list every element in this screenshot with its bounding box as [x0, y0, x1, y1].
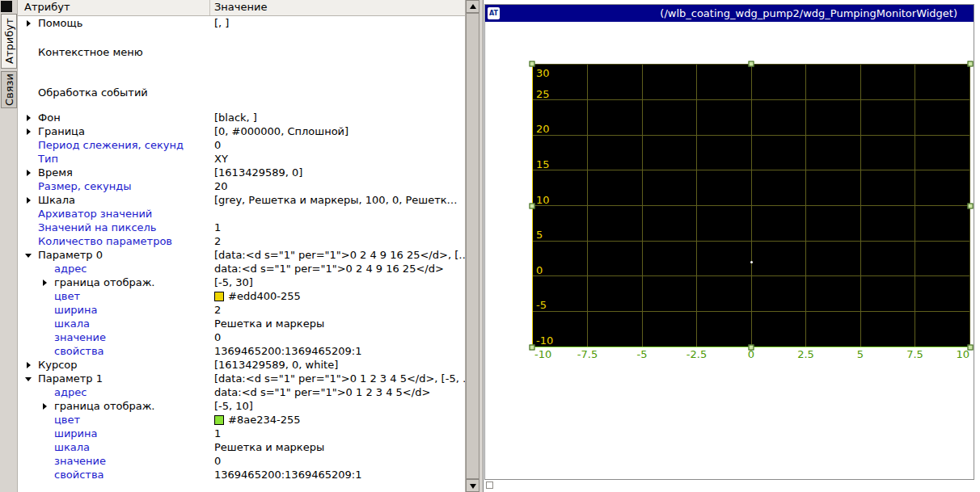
attr-value[interactable]: [grey, Решетка и маркеры, 100, 0, Решетк…	[210, 194, 465, 206]
attr-value[interactable]: Решетка и маркеры	[210, 441, 465, 453]
attr-value[interactable]: 0	[210, 455, 465, 467]
attr-value[interactable]: 2	[210, 235, 465, 247]
attr-row[interactable]: ширина1	[18, 427, 465, 440]
attr-value[interactable]: [0, #000000, Сплошной]	[210, 125, 465, 137]
attr-value[interactable]: 1369465200:1369465209:1	[210, 345, 465, 357]
attr-row[interactable]: ТипXY	[18, 152, 465, 166]
attr-row[interactable]: цвет#edd400-255	[18, 289, 465, 303]
attr-row[interactable]: Обработка событий	[18, 74, 465, 111]
tab-links[interactable]: Связи	[1, 71, 17, 108]
attr-row[interactable]: шкалаРешетка и маркеры	[18, 440, 465, 454]
attr-row[interactable]: Время[1613429589, 0]	[18, 166, 465, 179]
attr-value[interactable]: 1	[210, 427, 465, 439]
attr-row[interactable]: Архиватор значений	[18, 207, 465, 221]
attr-row[interactable]: граница отображ.[-5, 30]	[18, 275, 465, 289]
attr-row[interactable]: Фон[black, ]	[18, 111, 465, 124]
expander-closed-icon[interactable]	[25, 196, 33, 204]
attr-value[interactable]: 2	[210, 304, 465, 316]
selection-handle[interactable]	[968, 61, 974, 67]
expander-closed-icon[interactable]	[25, 114, 33, 122]
attr-row[interactable]: Значений на пиксель1	[18, 221, 465, 234]
attr-value[interactable]: XY	[210, 153, 465, 165]
selection-handle[interactable]	[968, 345, 974, 351]
attr-value[interactable]: [1613429589, 0]	[210, 166, 465, 179]
attr-label: Время	[38, 166, 73, 179]
attr-row[interactable]: свойства1369465200:1369465209:1	[18, 468, 465, 481]
scroll-down-button[interactable]	[466, 479, 479, 492]
attr-rows: Помощь[, ]Контекстное менюОбработка собы…	[18, 16, 465, 492]
selection-handle[interactable]	[530, 203, 535, 208]
attr-value-text: [1613429589, 0, white]	[214, 359, 338, 371]
attr-row[interactable]: Период слежения, секунд0	[18, 138, 465, 152]
attr-row[interactable]: Граница[0, #000000, Сплошной]	[18, 124, 465, 138]
attr-value[interactable]: 20	[210, 180, 465, 192]
attr-row[interactable]: Параметр 1[data:<d s="1" per="1">0 1 2 3…	[18, 372, 465, 385]
attr-row[interactable]: ширина2	[18, 303, 465, 317]
attr-value[interactable]: 0	[210, 139, 465, 151]
expander-closed-icon[interactable]	[25, 169, 33, 177]
x-axis-tick-label: 5	[857, 348, 864, 360]
attr-name-cell: Архиватор значений	[18, 208, 210, 220]
attr-row[interactable]: Параметр 0[data:<d s="1" per="1">0 2 4 9…	[18, 248, 465, 262]
chart-plot[interactable]: 302520151050-5-10	[532, 64, 970, 347]
attr-row[interactable]: значение0	[18, 330, 465, 344]
attr-row[interactable]: значение0	[18, 454, 465, 468]
attr-row[interactable]: Размер, секунды20	[18, 179, 465, 193]
attr-value[interactable]: 0	[210, 331, 465, 343]
window-titlebar[interactable]: AT (/wlb_coating_wdg_pump2/wdg_PumpingMo…	[485, 5, 974, 22]
attr-value[interactable]: data:<d s="1" per="1">0 2 4 9 16 25</d>	[210, 263, 465, 275]
attr-name-cell: граница отображ.	[18, 276, 210, 288]
selection-handle[interactable]	[530, 345, 535, 351]
expander-closed-icon[interactable]	[25, 361, 33, 369]
scrollbar-thumb[interactable]	[466, 13, 479, 479]
attr-row[interactable]: адресdata:<d s="1" per="1">0 1 2 3 4 5</…	[18, 385, 465, 399]
selection-handle[interactable]	[749, 61, 754, 67]
attr-row[interactable]: свойства1369465200:1369465209:1	[18, 344, 465, 358]
attr-value[interactable]: [data:<d s="1" per="1">0 2 4 9 16 25</d>…	[210, 249, 465, 261]
expander-closed-icon[interactable]	[25, 128, 33, 136]
attr-row[interactable]: граница отображ.[-5, 10]	[18, 399, 465, 413]
attr-row[interactable]: Количество параметров2	[18, 234, 465, 248]
attr-value[interactable]: 1369465200:1369465209:1	[210, 469, 465, 481]
sidebar-tabstrip: Атрибут Связи	[0, 0, 18, 492]
attr-name-cell: адрес	[18, 263, 210, 275]
attr-value[interactable]: [-5, 30]	[210, 276, 465, 288]
expander-closed-icon[interactable]	[25, 19, 33, 27]
corner-box	[1, 1, 12, 12]
header-attribute-column[interactable]: Атрибут	[18, 0, 210, 15]
attr-value[interactable]: [-5, 10]	[210, 400, 465, 412]
attr-value[interactable]: #edd400-255	[210, 290, 465, 302]
attr-value-text: 0	[214, 139, 221, 151]
attr-name-cell: Курсор	[18, 359, 210, 371]
attr-value[interactable]: [1613429589, 0, white]	[210, 359, 465, 371]
attr-value[interactable]: [data:<d s="1" per="1">0 1 2 3 4 5</d>, …	[210, 372, 465, 385]
attr-value[interactable]: Решетка и маркеры	[210, 317, 465, 330]
header-value-column[interactable]: Значение	[210, 0, 267, 15]
expander-closed-icon[interactable]	[41, 402, 49, 410]
attr-row[interactable]: адресdata:<d s="1" per="1">0 2 4 9 16 25…	[18, 262, 465, 275]
attr-row[interactable]: Курсор[1613429589, 0, white]	[18, 358, 465, 372]
scroll-up-button[interactable]	[466, 0, 479, 13]
attr-name-cell: Шкала	[18, 194, 210, 206]
selection-handle[interactable]	[968, 203, 974, 208]
attr-value[interactable]: #8ae234-255	[210, 414, 465, 426]
attr-label: Количество параметров	[38, 235, 172, 247]
attr-value[interactable]: [black, ]	[210, 111, 465, 124]
selection-handle[interactable]	[530, 61, 535, 67]
attr-row[interactable]: цвет#8ae234-255	[18, 413, 465, 427]
expander-open-icon[interactable]	[25, 375, 33, 383]
attr-row[interactable]: Помощь[, ]	[18, 16, 465, 30]
attr-row[interactable]: Шкала[grey, Решетка и маркеры, 100, 0, Р…	[18, 193, 465, 207]
attr-row[interactable]: Контекстное меню	[18, 30, 465, 74]
tab-attributes[interactable]: Атрибут	[1, 14, 17, 69]
attributes-scrollbar[interactable]	[465, 0, 479, 492]
expander-open-icon[interactable]	[25, 251, 33, 259]
attr-value[interactable]: 1	[210, 221, 465, 233]
attr-value-text: [grey, Решетка и маркеры, 100, 0, Решетк…	[214, 194, 458, 206]
attr-value-text: #8ae234-255	[228, 414, 300, 426]
attr-row[interactable]: шкалаРешетка и маркеры	[18, 317, 465, 330]
selection-handle[interactable]	[749, 345, 754, 351]
attr-value[interactable]: [, ]	[210, 17, 465, 29]
expander-closed-icon[interactable]	[41, 279, 49, 287]
attr-value[interactable]: data:<d s="1" per="1">0 1 2 3 4 5</d>	[210, 386, 465, 398]
